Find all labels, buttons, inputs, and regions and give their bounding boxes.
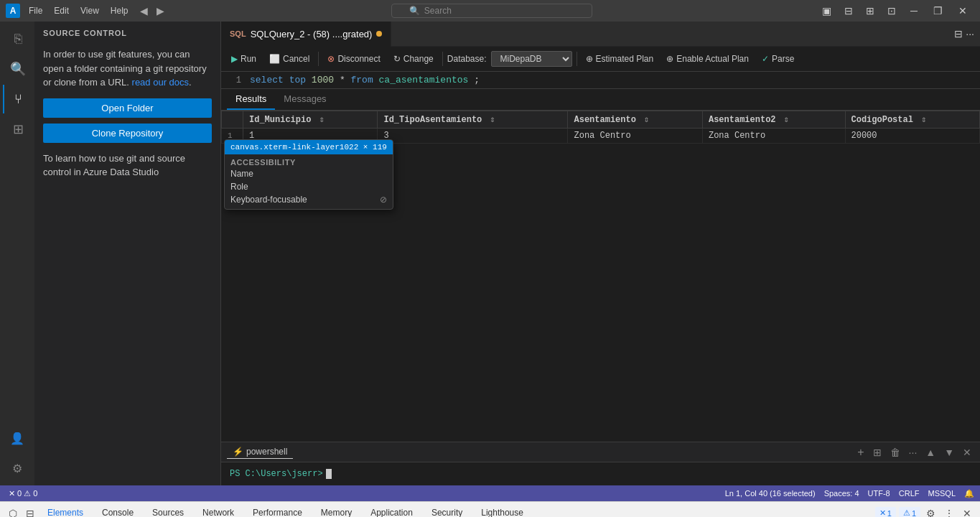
nav-forward[interactable]: ▶	[154, 5, 167, 17]
open-folder-button[interactable]: Open Folder	[43, 98, 212, 118]
menu-bar: File Edit View Help	[23, 4, 134, 17]
toolbar-separator-2	[442, 52, 443, 66]
tooltip-section-title: ACCESSIBILITY	[225, 156, 393, 167]
new-terminal-icon[interactable]: +	[854, 444, 867, 460]
warning-badge[interactable]: ⚠ 1	[899, 507, 920, 517]
nav-back[interactable]: ◀	[137, 5, 151, 17]
minimize-button[interactable]: ─	[903, 4, 925, 18]
activity-item-search[interactable]: 🔍	[3, 55, 32, 83]
status-position[interactable]: Ln 1, Col 40 (16 selected)	[725, 489, 816, 498]
cancel-button[interactable]: ⬜ Cancel	[265, 52, 314, 66]
menu-file[interactable]: File	[23, 4, 48, 17]
activity-item-settings[interactable]: ⚙	[3, 454, 32, 483]
code-editor[interactable]: 1 select top 1000 * from ca_asentamiento…	[221, 72, 980, 89]
layout-icon-3[interactable]: ⊞	[860, 4, 880, 18]
warning-badge-icon: ⚠	[903, 508, 910, 517]
activity-item-source-control[interactable]: ⑂	[3, 85, 32, 113]
devtools-more-icon[interactable]: ⋮	[941, 506, 957, 518]
code-line-1: 1 select top 1000 * from ca_asentamiento…	[221, 75, 980, 85]
status-language[interactable]: MSSQL	[928, 489, 956, 498]
warning-badge-count: 1	[912, 509, 916, 518]
col-header-id-tipo[interactable]: Id_TipoAsentamiento ⇕	[378, 111, 568, 129]
col-label-asentamiento2: Asentamiento2	[709, 115, 776, 125]
sidebar-footer-label: To learn how to use git and source contr…	[43, 153, 185, 178]
activity-item-extensions[interactable]: ⊞	[3, 115, 32, 144]
devtools-tab-bar: ⬡ ⊟ Elements Console Sources Network Per…	[0, 502, 980, 517]
restore-button[interactable]: ❐	[926, 4, 950, 18]
status-encoding[interactable]: UTF-8	[868, 489, 890, 498]
status-errors[interactable]: ✕ 0 ⚠ 0	[6, 489, 40, 498]
run-label: Run	[241, 54, 256, 64]
terminal-close-icon[interactable]: ✕	[960, 445, 974, 460]
sidebar-docs-link[interactable]: read our docs	[132, 77, 190, 88]
sql-tab[interactable]: SQL SQLQuery_2 - (58) ....grated)	[221, 22, 391, 47]
disconnect-button[interactable]: ⊗ Disconnect	[323, 52, 384, 66]
devtools-tab-application[interactable]: Application	[362, 503, 421, 518]
results-tab[interactable]: Results	[227, 89, 275, 110]
devtools-panel-icons: ⬡ ⊟	[6, 506, 37, 518]
kill-terminal-icon[interactable]: 🗑	[887, 445, 903, 460]
run-button[interactable]: ▶ Run	[227, 52, 261, 66]
play-icon: ▶	[231, 54, 238, 64]
terminal-more-icon[interactable]: ···	[906, 445, 920, 460]
terminal-actions: + ⊞ 🗑 ··· ▲ ▼ ✕	[854, 444, 974, 460]
error-badge[interactable]: ✕ 1	[875, 507, 896, 517]
powershell-tab[interactable]: ⚡ powershell	[227, 445, 293, 459]
tooltip-keyboard-label: Keyboard-focusable	[230, 195, 307, 205]
tooltip-row-keyboard[interactable]: Keyboard-focusable ⊘	[225, 193, 393, 206]
devtools-panel-icon-2[interactable]: ⊟	[23, 506, 37, 518]
status-eol[interactable]: CRLF	[899, 489, 920, 498]
menu-view[interactable]: View	[75, 4, 105, 17]
cell-asentamiento: Zona Centro	[568, 129, 702, 144]
search-placeholder: Search	[424, 6, 452, 16]
split-editor-icon[interactable]: ⊟	[954, 28, 963, 39]
database-dropdown[interactable]: MiDepaDB	[491, 51, 572, 67]
tooltip-row-name[interactable]: Name	[225, 167, 393, 180]
layout-icon-1[interactable]: ▣	[816, 4, 837, 18]
devtools-close-icon[interactable]: ✕	[960, 506, 974, 518]
status-spaces[interactable]: Spaces: 4	[824, 489, 859, 498]
devtools-tab-security[interactable]: Security	[423, 503, 471, 518]
menu-edit[interactable]: Edit	[48, 4, 75, 17]
devtools-tab-performance[interactable]: Performance	[244, 503, 311, 518]
devtools-settings-icon[interactable]: ⚙	[923, 506, 938, 518]
status-bell[interactable]: 🔔	[964, 489, 974, 498]
enable-actual-plan-button[interactable]: ⊕ Enable Actual Plan	[662, 52, 753, 66]
col-header-asentamiento[interactable]: Asentamiento ⇕	[568, 111, 702, 129]
layout-icon-4[interactable]: ⊡	[882, 4, 902, 18]
tooltip-row-role[interactable]: Role	[225, 180, 393, 193]
kw-semi: ;	[474, 75, 480, 85]
col-header-id-municipio[interactable]: Id_Municipio ⇕	[243, 111, 378, 129]
parse-button[interactable]: ✓ Parse	[757, 52, 798, 66]
change-button[interactable]: ↻ Change	[389, 52, 438, 66]
devtools-tab-elements[interactable]: Elements	[39, 503, 92, 518]
terminal-down-icon[interactable]: ▼	[941, 445, 957, 460]
devtools-tab-console[interactable]: Console	[93, 503, 142, 518]
tab-title: SQLQuery_2 - (58) ....grated)	[251, 29, 373, 39]
col-label-asentamiento: Asentamiento	[574, 115, 635, 125]
devtools-tab-sources[interactable]: Sources	[144, 503, 192, 518]
col-header-codigo-postal[interactable]: CodigoPostal ⇕	[845, 111, 980, 129]
layout-icon-2[interactable]: ⊟	[839, 4, 859, 18]
messages-tab[interactable]: Messages	[275, 89, 335, 110]
devtools-tab-network[interactable]: Network	[194, 503, 243, 518]
terminal-up-icon[interactable]: ▲	[923, 445, 938, 460]
devtools-tab-lighthouse[interactable]: Lighthouse	[472, 503, 532, 518]
activity-item-explorer[interactable]: ⎘	[3, 24, 32, 53]
clone-repository-button[interactable]: Clone Repository	[43, 124, 212, 143]
sort-icon-5: ⇕	[921, 115, 926, 125]
code-text-1: select top 1000 * from ca_asentamientos …	[250, 75, 480, 85]
warning-icon: ⚠	[24, 489, 31, 498]
col-header-asentamiento2[interactable]: Asentamiento2 ⇕	[702, 111, 845, 129]
split-terminal-icon[interactable]: ⊞	[870, 445, 885, 460]
cancel-icon: ⬜	[269, 54, 280, 64]
menu-help[interactable]: Help	[105, 4, 134, 17]
close-button[interactable]: ✕	[951, 4, 974, 18]
devtools-panel-icon-1[interactable]: ⬡	[6, 506, 20, 518]
more-actions-icon[interactable]: ···	[966, 28, 974, 39]
search-bar[interactable]: 🔍 Search	[391, 4, 592, 18]
activity-item-accounts[interactable]: 👤	[3, 424, 32, 452]
devtools-tab-memory[interactable]: Memory	[312, 503, 360, 518]
estimated-plan-button[interactable]: ⊕ Estimated Plan	[582, 52, 658, 66]
kw-table: ca_asentamientos	[379, 75, 469, 85]
